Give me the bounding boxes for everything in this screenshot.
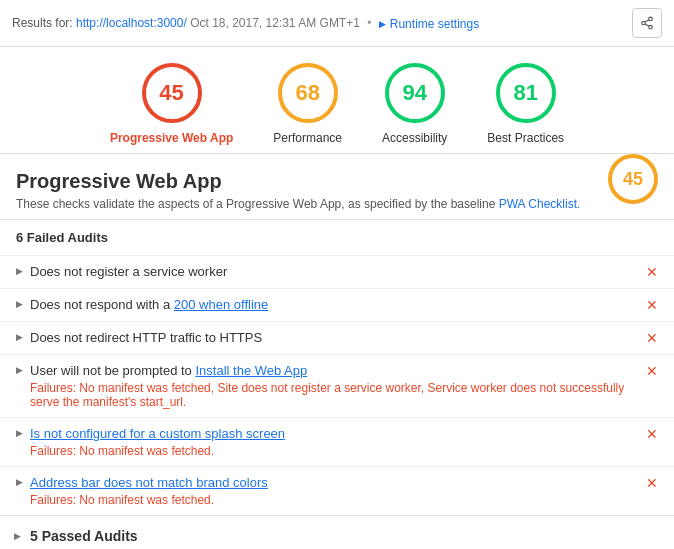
audit-4-link[interactable]: Install the Web App <box>195 363 307 378</box>
pwa-section-header: Progressive Web App These checks validat… <box>0 154 674 220</box>
score-pwa[interactable]: 45 Progressive Web App <box>110 63 233 145</box>
results-date: Oct 18, 2017, 12:31 AM GMT+1 • ▶ Runtime… <box>190 16 479 30</box>
runtime-settings-link[interactable]: ▶ Runtime settings <box>379 17 479 31</box>
audit-5-link[interactable]: Is not configured for a custom splash sc… <box>30 426 285 441</box>
audit-item-2: ▶ Does not respond with a 200 when offli… <box>0 288 674 321</box>
audit-4-text-before: User will not be prompted to <box>30 363 195 378</box>
score-circle-performance: 68 <box>278 63 338 123</box>
passed-toggle-icon: ▶ <box>14 531 21 541</box>
audit-2-text-before: Does not respond with a <box>30 297 174 312</box>
svg-line-4 <box>645 20 649 22</box>
audit-item-3: ▶ Does not redirect HTTP traffic to HTTP… <box>0 321 674 354</box>
audit-4-cross: ✕ <box>646 363 658 379</box>
passed-audits-section[interactable]: ▶ 5 Passed Audits <box>0 515 674 549</box>
audit-1-cross: ✕ <box>646 264 658 280</box>
score-circle-best-practices: 81 <box>496 63 556 123</box>
audit-5-text: Is not configured for a custom splash sc… <box>30 426 638 458</box>
pwa-score-badge: 45 <box>608 154 658 204</box>
results-label: Results for: <box>12 16 73 30</box>
score-performance[interactable]: 68 Performance <box>273 63 342 145</box>
audit-item-5: ▶ Is not configured for a custom splash … <box>0 417 674 466</box>
audit-6-failures: Failures: No manifest was fetched. <box>30 493 638 507</box>
audit-1-text: Does not register a service worker <box>30 264 638 279</box>
audit-6-cross: ✕ <box>646 475 658 491</box>
results-url[interactable]: http://localhost:3000/ <box>76 16 187 30</box>
audit-1-label: Does not register a service worker <box>30 264 227 279</box>
audit-item-6: ▶ Address bar does not match brand color… <box>0 466 674 515</box>
audit-6-text: Address bar does not match brand colors … <box>30 475 638 507</box>
score-label-best-practices: Best Practices <box>487 131 564 145</box>
score-accessibility[interactable]: 94 Accessibility <box>382 63 447 145</box>
score-label-accessibility: Accessibility <box>382 131 447 145</box>
score-circle-pwa: 45 <box>142 63 202 123</box>
passed-audits-label: 5 Passed Audits <box>30 528 138 544</box>
svg-point-1 <box>642 21 646 25</box>
audit-3-text: Does not redirect HTTP traffic to HTTPS <box>30 330 638 345</box>
failed-audits-header: 6 Failed Audits <box>0 220 674 255</box>
top-bar: Results for: http://localhost:3000/ Oct … <box>0 0 674 47</box>
audit-4-text: User will not be prompted to Install the… <box>30 363 638 409</box>
score-label-pwa: Progressive Web App <box>110 131 233 145</box>
scores-row: 45 Progressive Web App 68 Performance 94… <box>0 47 674 154</box>
svg-line-3 <box>645 24 649 26</box>
audit-4-failures: Failures: No manifest was fetched, Site … <box>30 381 638 409</box>
svg-point-0 <box>649 17 653 21</box>
audit-3-toggle[interactable]: ▶ <box>14 332 24 342</box>
score-circle-accessibility: 94 <box>385 63 445 123</box>
pwa-checklist-link[interactable]: PWA Checklist. <box>499 197 581 211</box>
audit-2-toggle[interactable]: ▶ <box>14 299 24 309</box>
audit-item-1: ▶ Does not register a service worker ✕ <box>0 255 674 288</box>
audit-5-cross: ✕ <box>646 426 658 442</box>
pwa-description: These checks validate the aspects of a P… <box>16 197 580 211</box>
score-best-practices[interactable]: 81 Best Practices <box>487 63 564 145</box>
audit-item-4: ▶ User will not be prompted to Install t… <box>0 354 674 417</box>
share-button[interactable] <box>632 8 662 38</box>
audit-2-text: Does not respond with a 200 when offline <box>30 297 638 312</box>
audit-6-toggle[interactable]: ▶ <box>14 477 24 487</box>
audit-2-cross: ✕ <box>646 297 658 313</box>
audit-6-link[interactable]: Address bar does not match brand colors <box>30 475 268 490</box>
pwa-title: Progressive Web App <box>16 170 580 193</box>
audit-5-toggle[interactable]: ▶ <box>14 428 24 438</box>
audit-1-toggle[interactable]: ▶ <box>14 266 24 276</box>
audit-4-toggle[interactable]: ▶ <box>14 365 24 375</box>
pwa-section-title-area: Progressive Web App These checks validat… <box>16 170 580 211</box>
audit-2-link[interactable]: 200 when offline <box>174 297 268 312</box>
top-bar-info: Results for: http://localhost:3000/ Oct … <box>12 16 479 31</box>
score-label-performance: Performance <box>273 131 342 145</box>
audit-3-label: Does not redirect HTTP traffic to HTTPS <box>30 330 262 345</box>
audit-5-failures: Failures: No manifest was fetched. <box>30 444 638 458</box>
pwa-section: Progressive Web App These checks validat… <box>0 154 674 549</box>
audit-3-cross: ✕ <box>646 330 658 346</box>
svg-point-2 <box>649 25 653 29</box>
